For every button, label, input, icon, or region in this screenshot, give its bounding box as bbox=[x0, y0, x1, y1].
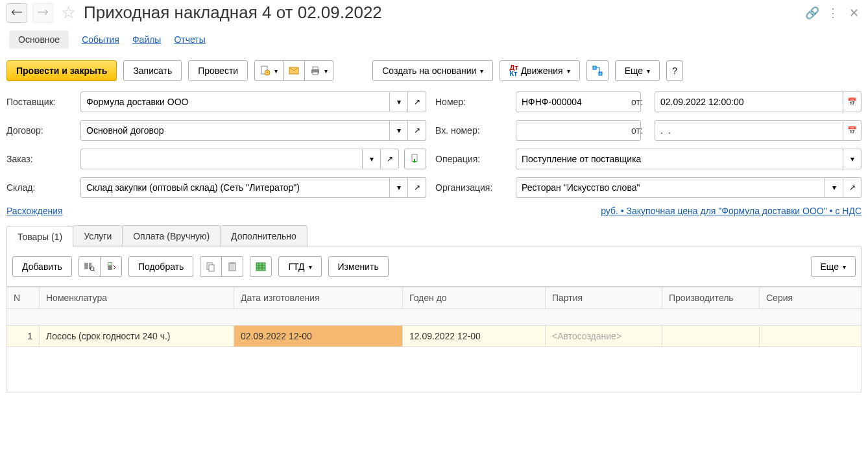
svg-rect-11 bbox=[108, 263, 112, 265]
cell-series[interactable] bbox=[760, 326, 862, 347]
change-button[interactable]: Изменить bbox=[328, 256, 389, 277]
post-button[interactable]: Провести bbox=[188, 60, 248, 81]
subtab-services[interactable]: Услуги bbox=[73, 225, 123, 247]
supplier-input[interactable] bbox=[80, 91, 390, 112]
device-import-button[interactable] bbox=[100, 256, 122, 277]
cell-nomenclature[interactable]: Лосось (срок годности 240 ч.) bbox=[40, 326, 234, 347]
number-label: Номер: bbox=[435, 97, 507, 107]
structure-button[interactable] bbox=[586, 60, 609, 81]
add-row-button[interactable]: Добавить bbox=[12, 256, 72, 277]
attachment-button[interactable]: ▾ bbox=[254, 60, 283, 81]
copy-icon bbox=[206, 261, 216, 272]
table-empty-row bbox=[7, 347, 862, 393]
contract-label: Договор: bbox=[6, 125, 71, 136]
cell-batch[interactable]: <Автосоздание> bbox=[546, 326, 662, 347]
cell-mfg-date[interactable]: 02.09.2022 12-00 bbox=[234, 326, 403, 347]
barcode-scan-button[interactable] bbox=[78, 256, 101, 277]
sub-more-button[interactable]: Еще ▾ bbox=[811, 256, 856, 277]
table-row[interactable]: 1 Лосось (срок годности 240 ч.) 02.09.20… bbox=[7, 326, 862, 347]
svg-rect-5 bbox=[313, 72, 318, 75]
supplier-open-button[interactable]: ↗ bbox=[408, 91, 426, 112]
more-button[interactable]: Еще ▾ bbox=[615, 60, 660, 81]
create-based-button[interactable]: Создать на основании ▾ bbox=[372, 60, 493, 81]
order-refresh-button[interactable] bbox=[404, 149, 426, 169]
spreadsheet-button[interactable] bbox=[250, 256, 272, 277]
operation-input[interactable] bbox=[516, 149, 843, 169]
save-button[interactable]: Записать bbox=[123, 60, 182, 81]
gtd-label: ГТД bbox=[288, 261, 304, 272]
col-nomenclature[interactable]: Номенклатура bbox=[40, 287, 234, 309]
incoming-date-input[interactable] bbox=[655, 120, 843, 141]
tab-files[interactable]: Файлы bbox=[132, 30, 161, 49]
kebab-menu-icon[interactable]: ⋮ bbox=[825, 6, 841, 20]
svg-rect-4 bbox=[313, 67, 318, 69]
favorite-star-icon[interactable]: ☆ bbox=[61, 3, 76, 23]
page-title: Приходная накладная 4 от 02.09.2022 bbox=[84, 3, 799, 23]
hierarchy-icon bbox=[592, 66, 603, 76]
close-icon[interactable]: ✕ bbox=[846, 6, 862, 20]
subtab-additional[interactable]: Дополнительно bbox=[220, 225, 307, 247]
incoming-date-picker-button[interactable]: 📅 bbox=[843, 120, 862, 141]
dt-kt-icon: ДтКт bbox=[509, 65, 518, 77]
order-dropdown-button[interactable]: ▾ bbox=[363, 149, 381, 169]
copy-button[interactable] bbox=[200, 256, 222, 277]
svg-rect-13 bbox=[209, 265, 214, 271]
sub-toolbar: Добавить Подобрать ГТД ▾ Изменить Еще ▾ bbox=[6, 247, 862, 287]
org-dropdown-button[interactable]: ▾ bbox=[825, 177, 843, 198]
paste-icon bbox=[227, 261, 237, 272]
svg-rect-6 bbox=[593, 66, 596, 69]
operation-dropdown-button[interactable]: ▾ bbox=[843, 149, 862, 169]
back-button[interactable]: 🡐 bbox=[6, 3, 27, 23]
select-items-button[interactable]: Подобрать bbox=[128, 256, 194, 277]
date-picker-button[interactable]: 📅 bbox=[843, 91, 862, 112]
org-open-button[interactable]: ↗ bbox=[843, 177, 862, 198]
contract-open-button[interactable]: ↗ bbox=[408, 120, 426, 141]
movements-button[interactable]: ДтКт Движения ▾ bbox=[500, 60, 579, 81]
tab-main[interactable]: Основное bbox=[9, 30, 69, 49]
incoming-number-input[interactable] bbox=[516, 120, 641, 141]
org-label: Организация: bbox=[435, 182, 507, 193]
help-button[interactable]: ? bbox=[666, 60, 683, 81]
warehouse-label: Склад: bbox=[6, 182, 71, 193]
subtab-payment[interactable]: Оплата (Вручную) bbox=[122, 225, 221, 247]
cell-expiry[interactable]: 12.09.2022 12-00 bbox=[403, 326, 546, 347]
date-input[interactable] bbox=[655, 91, 843, 112]
cell-manufacturer[interactable] bbox=[662, 326, 760, 347]
attachment-group: ▾ ▾ bbox=[254, 60, 333, 81]
tab-reports[interactable]: Отчеты bbox=[174, 30, 205, 49]
org-input[interactable] bbox=[516, 177, 825, 198]
spreadsheet-icon bbox=[256, 261, 266, 272]
supplier-dropdown-button[interactable]: ▾ bbox=[390, 91, 408, 112]
gtd-button[interactable]: ГТД ▾ bbox=[278, 256, 321, 277]
link-icon[interactable]: 🔗 bbox=[804, 6, 820, 20]
more-label: Еще bbox=[625, 66, 644, 76]
col-expiry[interactable]: Годен до bbox=[403, 287, 546, 309]
order-open-button[interactable]: ↗ bbox=[381, 149, 399, 169]
printer-icon bbox=[310, 66, 320, 76]
price-info-link[interactable]: руб. • Закупочная цена для "Формула дост… bbox=[601, 206, 862, 216]
post-and-close-button[interactable]: Провести и закрыть bbox=[6, 60, 117, 81]
warehouse-dropdown-button[interactable]: ▾ bbox=[390, 177, 408, 198]
subtab-goods[interactable]: Товары (1) bbox=[6, 226, 73, 247]
warehouse-open-button[interactable]: ↗ bbox=[408, 177, 426, 198]
cell-n[interactable]: 1 bbox=[7, 326, 40, 347]
col-batch[interactable]: Партия bbox=[546, 287, 662, 309]
forward-button: 🡒 bbox=[32, 3, 53, 23]
email-button[interactable] bbox=[283, 60, 305, 81]
order-input[interactable] bbox=[80, 149, 363, 169]
col-mfg-date[interactable]: Дата изготовления bbox=[234, 287, 403, 309]
col-manufacturer[interactable]: Производитель bbox=[662, 287, 760, 309]
discrepancies-link[interactable]: Расхождения bbox=[6, 206, 63, 216]
contract-input[interactable] bbox=[80, 120, 390, 141]
col-n[interactable]: N bbox=[7, 287, 40, 309]
print-button[interactable]: ▾ bbox=[304, 60, 333, 81]
create-based-label: Создать на основании bbox=[382, 66, 476, 76]
number-input[interactable] bbox=[516, 91, 641, 112]
tab-events[interactable]: События bbox=[82, 30, 119, 49]
operation-label: Операция: bbox=[435, 154, 507, 164]
paste-button[interactable] bbox=[221, 256, 243, 277]
form-grid: Поставщик: ▾ ↗ Номер: от: 📅 Договор: ▾ ↗… bbox=[6, 91, 862, 198]
warehouse-input[interactable] bbox=[80, 177, 390, 198]
contract-dropdown-button[interactable]: ▾ bbox=[390, 120, 408, 141]
col-series[interactable]: Серия bbox=[760, 287, 862, 309]
